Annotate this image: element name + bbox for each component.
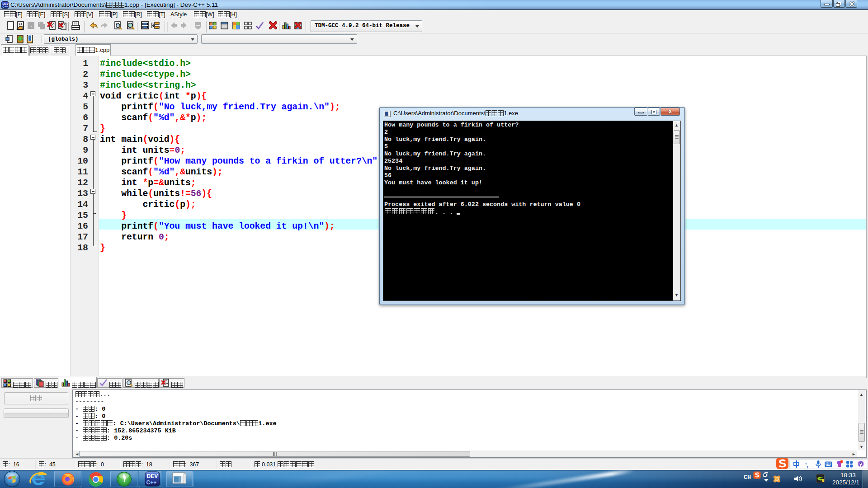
svg-text:DEV: DEV (147, 473, 158, 479)
svg-text:C++: C++ (146, 479, 157, 486)
svg-text:C++: C++ (2, 5, 8, 8)
